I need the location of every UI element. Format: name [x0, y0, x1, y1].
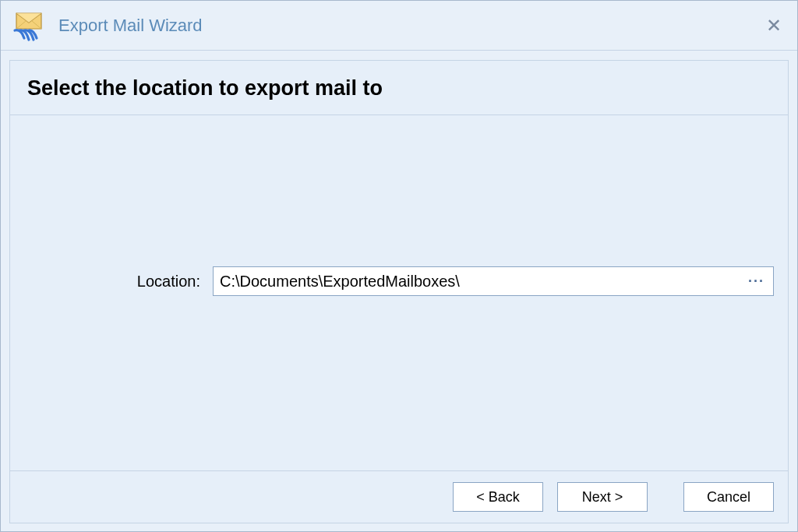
- export-mail-wizard-window: Export Mail Wizard ✕ Select the location…: [0, 0, 798, 532]
- content-panel: Select the location to export mail to Lo…: [9, 60, 789, 523]
- window-title: Export Mail Wizard: [58, 16, 760, 36]
- next-button[interactable]: Next >: [557, 482, 648, 512]
- location-label: Location:: [24, 273, 213, 291]
- location-input[interactable]: [213, 266, 774, 296]
- page-title: Select the location to export mail to: [27, 76, 771, 100]
- browse-ellipsis-icon[interactable]: ···: [745, 273, 768, 290]
- location-input-wrapper: ···: [213, 266, 774, 296]
- body-section: Location: ···: [10, 115, 788, 470]
- button-bar: < Back Next > Cancel: [10, 470, 788, 523]
- cancel-button[interactable]: Cancel: [683, 482, 774, 512]
- location-row: Location: ···: [24, 266, 774, 296]
- back-button[interactable]: < Back: [453, 482, 543, 512]
- content-outer: Select the location to export mail to Lo…: [1, 51, 797, 531]
- title-bar: Export Mail Wizard ✕: [1, 1, 797, 51]
- app-icon: [10, 7, 48, 44]
- header-section: Select the location to export mail to: [10, 61, 788, 115]
- close-icon[interactable]: ✕: [760, 13, 788, 38]
